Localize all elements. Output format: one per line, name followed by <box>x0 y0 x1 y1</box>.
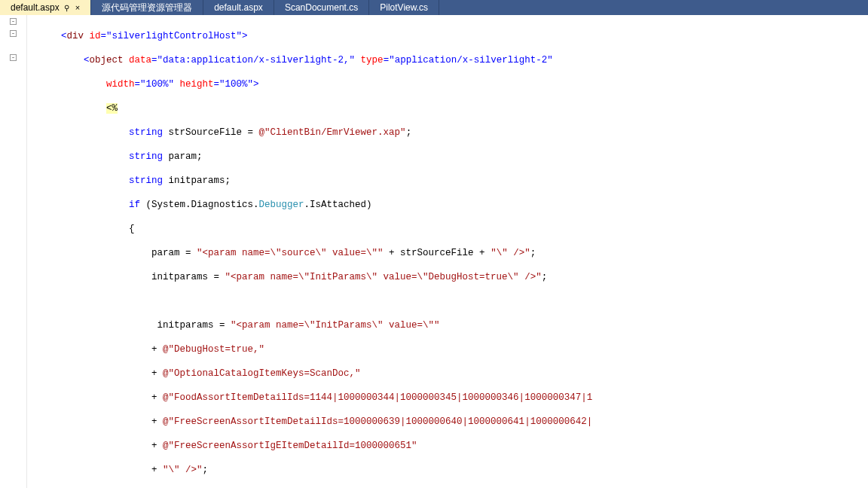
code-area[interactable]: <div id="silverlightControlHost"> <objec… <box>27 15 868 488</box>
tab-label: default.aspx <box>11 2 60 13</box>
fold-icon[interactable]: - <box>0 27 26 39</box>
tab-bar: default.aspx ⚲ × 源代码管理资源管理器 default.aspx… <box>0 0 868 15</box>
fold-icon[interactable]: - <box>0 51 26 63</box>
fold-icon[interactable]: - <box>0 15 26 27</box>
close-icon[interactable]: × <box>75 3 80 12</box>
tab-label: 源代码管理资源管理器 <box>102 2 192 14</box>
pin-icon[interactable]: ⚲ <box>64 4 69 12</box>
tab-scandocument[interactable]: ScanDocument.cs <box>274 0 369 15</box>
tab-source-control-explorer[interactable]: 源代码管理资源管理器 <box>91 0 203 15</box>
tab-label: PilotView.cs <box>380 2 428 13</box>
editor: - - - <div id="silverlightControlHost"> … <box>0 15 868 488</box>
tab-pilotview[interactable]: PilotView.cs <box>369 0 439 15</box>
tab-label: ScanDocument.cs <box>285 2 358 13</box>
tab-default-aspx[interactable]: default.aspx <box>203 0 274 15</box>
gutter: - - - <box>0 15 27 488</box>
tab-default-aspx-active[interactable]: default.aspx ⚲ × <box>0 0 91 15</box>
tab-label: default.aspx <box>214 2 263 13</box>
